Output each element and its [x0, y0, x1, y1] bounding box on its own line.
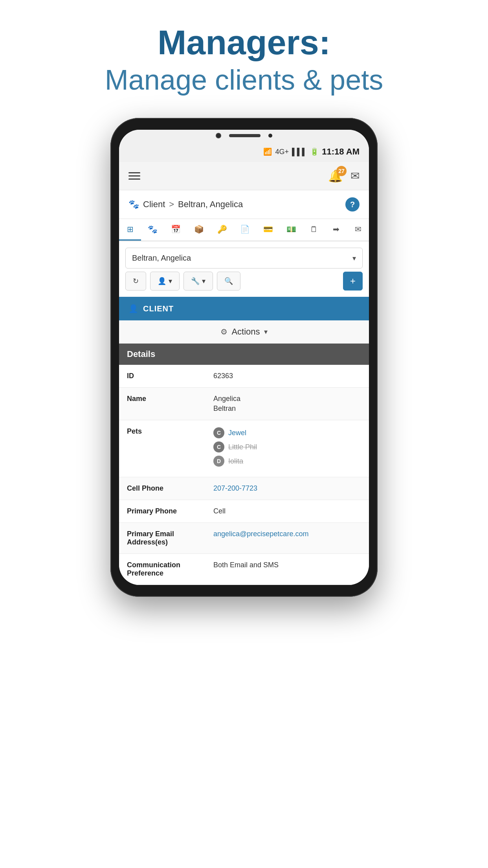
pets-label: Pets: [119, 420, 205, 477]
detail-row-id: ID 62363: [119, 365, 369, 388]
status-icons: 📶 4G+ ▌▌▌ 🔋 11:18 AM: [263, 147, 360, 157]
pet-item-iolita: D Iolita: [213, 456, 361, 467]
pet-badge-littlephil: C: [213, 441, 224, 452]
battery-icon: 🔋: [310, 147, 319, 156]
actions-bar[interactable]: ⚙ Actions ▾: [119, 320, 369, 344]
tab-grid[interactable]: ⊞: [119, 219, 141, 241]
search-icon: 🔍: [224, 277, 233, 285]
person-icon: 👤: [158, 277, 166, 285]
tab-calendar[interactable]: 📅: [164, 219, 187, 241]
pet-badge-jewel: C: [213, 427, 224, 438]
tab-packages[interactable]: 📦: [187, 219, 211, 241]
status-time: 11:18 AM: [322, 147, 360, 157]
notification-badge: 27: [336, 166, 347, 176]
search-button[interactable]: 🔍: [217, 272, 240, 291]
phone-inner: 📶 4G+ ▌▌▌ 🔋 11:18 AM 🔔 27: [119, 130, 369, 585]
client-header-label: CLIENT: [143, 304, 174, 313]
phone-frame: 📶 4G+ ▌▌▌ 🔋 11:18 AM 🔔 27: [110, 118, 378, 597]
last-name: Beltran: [213, 405, 361, 413]
cell-phone-value[interactable]: 207-200-7723: [205, 477, 369, 500]
tab-docs[interactable]: 📄: [233, 219, 257, 241]
paw-icon: 🐾: [128, 199, 139, 210]
pet-item-jewel: C Jewel: [213, 427, 361, 438]
wrench-button[interactable]: 🔧 ▾: [183, 272, 213, 291]
notifications-button[interactable]: 🔔 27: [328, 169, 343, 183]
id-value: 62363: [205, 365, 369, 387]
breadcrumb-section: Client: [143, 199, 165, 210]
details-header: Details: [119, 344, 369, 365]
name-value: Angelica Beltran: [205, 388, 369, 420]
tab-cards[interactable]: 💳: [257, 219, 280, 241]
email-value[interactable]: angelica@precisepetcare.com: [205, 523, 369, 554]
top-navbar: 🔔 27 ✉: [119, 162, 369, 190]
tab-files[interactable]: 🗒: [303, 219, 325, 241]
messages-button[interactable]: ✉: [350, 169, 360, 182]
primary-phone-label: Primary Phone: [119, 500, 205, 522]
detail-row-pets: Pets C Jewel C Little Phil D Iolita: [119, 420, 369, 477]
pet-name-iolita[interactable]: Iolita: [228, 457, 243, 465]
wrench-icon: 🔧: [191, 277, 200, 285]
person-chevron-icon: ▾: [169, 277, 172, 285]
nav-right: 🔔 27 ✉: [328, 169, 360, 183]
plus-icon: +: [350, 276, 356, 287]
client-header-bar: 👤 CLIENT: [119, 297, 369, 320]
signal-icon: ▌▌▌: [292, 148, 307, 156]
tab-bar: ⊞ 🐾 📅 📦 🔑 📄 💳 💵 🗒 ➡ ✉: [119, 219, 369, 241]
refresh-icon: ↻: [133, 277, 139, 285]
page-title-main: Managers:: [16, 24, 472, 62]
detail-row-name: Name Angelica Beltran: [119, 388, 369, 420]
add-button[interactable]: +: [343, 272, 363, 291]
comm-pref-label: Communication Preference: [119, 554, 205, 585]
tab-send[interactable]: ✉: [347, 219, 369, 241]
wifi-icon: 📶: [263, 147, 272, 156]
comm-pref-value: Both Email and SMS: [205, 554, 369, 585]
pet-name-littlephil[interactable]: Little Phil: [228, 443, 257, 451]
status-bar: 📶 4G+ ▌▌▌ 🔋 11:18 AM: [119, 142, 369, 162]
first-name: Angelica: [213, 395, 361, 405]
page-header: Managers: Manage clients & pets: [0, 0, 488, 110]
detail-row-communication: Communication Preference Both Email and …: [119, 554, 369, 585]
pets-value: C Jewel C Little Phil D Iolita: [205, 420, 369, 477]
detail-row-cell-phone: Cell Phone 207-200-7723: [119, 477, 369, 500]
lte-icon: 4G+: [275, 148, 289, 156]
cell-phone-label: Cell Phone: [119, 477, 205, 500]
actions-label: Actions: [231, 327, 260, 337]
tab-billing[interactable]: 💵: [280, 219, 303, 241]
wrench-chevron-icon: ▾: [202, 277, 205, 285]
phone-wrapper: 📶 4G+ ▌▌▌ 🔋 11:18 AM 🔔 27: [0, 118, 488, 597]
tab-keys[interactable]: 🔑: [211, 219, 234, 241]
refresh-button[interactable]: ↻: [125, 272, 146, 291]
pet-badge-iolita: D: [213, 456, 224, 467]
page-title-sub: Manage clients & pets: [16, 62, 472, 99]
sensor: [268, 134, 272, 138]
tab-signin[interactable]: ➡: [325, 219, 347, 241]
details-header-text: Details: [127, 349, 155, 359]
chevron-down-icon: ▾: [352, 254, 356, 263]
breadcrumb-separator: >: [169, 199, 174, 210]
id-label: ID: [119, 365, 205, 387]
person-button[interactable]: 👤 ▾: [150, 272, 180, 291]
detail-row-primary-phone: Primary Phone Cell: [119, 500, 369, 523]
name-label: Name: [119, 388, 205, 420]
hamburger-menu[interactable]: [128, 172, 140, 180]
breadcrumb: 🐾 Client > Beltran, Angelica: [128, 199, 243, 210]
client-selector-value: Beltran, Angelica: [132, 254, 191, 263]
breadcrumb-bar: 🐾 Client > Beltran, Angelica ?: [119, 190, 369, 219]
email-label: Primary Email Address(es): [119, 523, 205, 554]
pet-name-jewel[interactable]: Jewel: [228, 429, 246, 437]
phone-notch: [119, 130, 369, 142]
speaker: [229, 134, 261, 137]
front-camera: [216, 133, 221, 138]
client-selector[interactable]: Beltran, Angelica ▾: [125, 248, 363, 268]
actions-chevron-icon: ▾: [264, 327, 268, 336]
client-icon: 👤: [128, 304, 138, 313]
primary-phone-value: Cell: [205, 500, 369, 522]
action-toolbar: ↻ 👤 ▾ 🔧 ▾ 🔍 +: [125, 272, 363, 291]
gear-icon: ⚙: [220, 327, 227, 337]
tab-pets[interactable]: 🐾: [141, 219, 164, 241]
help-button[interactable]: ?: [345, 197, 360, 211]
breadcrumb-client-name: Beltran, Angelica: [178, 199, 243, 210]
detail-row-email: Primary Email Address(es) angelica@preci…: [119, 523, 369, 554]
pet-item-littlephil: C Little Phil: [213, 441, 361, 452]
